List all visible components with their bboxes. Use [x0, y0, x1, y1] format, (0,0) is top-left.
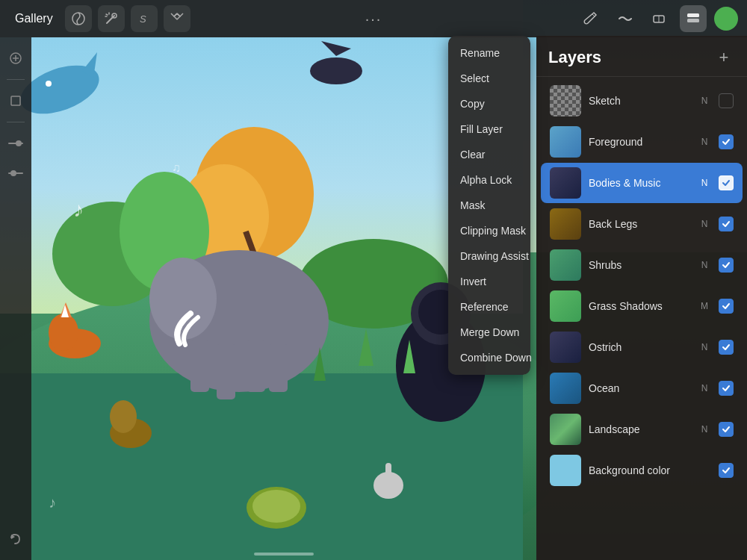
svg-rect-22: [269, 343, 288, 392]
add-layer-button[interactable]: +: [713, 46, 735, 69]
checkmark-icon: [722, 220, 731, 228]
left-sidebar: [0, 37, 31, 560]
modify-tool-button[interactable]: [4, 46, 28, 70]
invert-item[interactable]: Invert: [448, 269, 530, 294]
checkmark-icon: [722, 178, 731, 187]
layer-name: Ocean: [589, 382, 690, 394]
layers-panel: Layers + SketchNForegroundNBodies & Musi…: [536, 36, 747, 560]
layers-header: Layers +: [536, 36, 747, 77]
layer-visibility-checkbox[interactable]: [719, 299, 734, 314]
layer-item[interactable]: OceanN: [541, 368, 743, 408]
selection-button[interactable]: S: [131, 5, 158, 32]
reference-item[interactable]: Reference: [448, 294, 530, 320]
svg-rect-19: [190, 340, 209, 392]
layer-mode: N: [698, 342, 711, 352]
opacity-slider-icon: [8, 140, 23, 146]
svg-point-14: [49, 314, 78, 351]
color-picker-dot[interactable]: [714, 7, 738, 31]
svg-text:♪: ♪: [73, 198, 84, 221]
layer-visibility-checkbox[interactable]: [719, 134, 734, 149]
dot-menu[interactable]: ···: [365, 10, 382, 28]
drawing-assist-item[interactable]: Drawing Assist: [448, 243, 530, 269]
clear-item[interactable]: Clear: [448, 142, 530, 167]
layers-button[interactable]: [680, 5, 707, 32]
adjust-icon: [71, 11, 86, 26]
layer-visibility-checkbox[interactable]: [719, 217, 734, 231]
layer-thumbnail: [550, 167, 581, 199]
copy-item[interactable]: Copy: [448, 91, 530, 116]
layer-thumbnail: [550, 85, 581, 116]
size-slider-button[interactable]: [4, 161, 28, 185]
layer-item[interactable]: Grass ShadowsM: [541, 286, 743, 326]
layer-mode: N: [698, 383, 711, 393]
adjustments-button[interactable]: [65, 5, 92, 32]
layer-visibility-checkbox[interactable]: [719, 258, 734, 273]
checkmark-icon: [722, 137, 731, 146]
svg-rect-20: [217, 343, 235, 399]
rect-tool-button[interactable]: [4, 89, 28, 113]
select-item[interactable]: Select: [448, 66, 530, 91]
layer-name: Back Legs: [589, 218, 690, 230]
selection-icon: S: [137, 11, 152, 26]
layer-mode: N: [698, 178, 711, 188]
sidebar-divider-1: [7, 79, 25, 80]
toolbar-right: [577, 5, 738, 32]
layer-item[interactable]: SketchN: [541, 81, 743, 121]
layer-item[interactable]: LandscapeN: [541, 409, 743, 449]
magic-wand-button[interactable]: [98, 5, 125, 32]
brush-button[interactable]: [577, 5, 604, 32]
smudge-button[interactable]: [611, 5, 638, 32]
svg-point-53: [16, 140, 22, 146]
layer-item[interactable]: ForegroundN: [541, 122, 743, 162]
layer-item[interactable]: OstrichN: [541, 327, 743, 367]
gallery-button[interactable]: Gallery: [9, 9, 59, 28]
undo-icon: [8, 532, 23, 547]
layer-visibility-checkbox[interactable]: [719, 175, 734, 190]
svg-point-31: [252, 490, 300, 523]
checkmark-icon: [722, 425, 731, 434]
svg-point-18: [149, 258, 217, 340]
smudge-icon: [616, 10, 633, 27]
svg-point-12: [46, 81, 52, 87]
alpha-lock-item[interactable]: Alpha Lock: [448, 167, 530, 193]
svg-rect-40: [254, 553, 314, 556]
eraser-button[interactable]: [645, 5, 672, 32]
layer-thumbnail: [550, 290, 581, 322]
checkmark-icon: [722, 261, 731, 270]
layer-thumbnail: [550, 373, 581, 404]
toolbar-left: Gallery S: [9, 5, 577, 32]
rect-icon: [9, 94, 22, 108]
rename-item[interactable]: Rename: [448, 40, 530, 66]
layer-name: Sketch: [589, 95, 690, 107]
layer-visibility-checkbox[interactable]: [719, 463, 734, 478]
sidebar-divider-2: [7, 122, 25, 122]
merge-down-item[interactable]: Merge Down: [448, 320, 530, 345]
combine-down-item[interactable]: Combine Down: [448, 345, 530, 370]
layer-mode: N: [698, 219, 711, 229]
layers-title: Layers: [548, 48, 601, 67]
svg-rect-21: [247, 340, 265, 392]
modify-icon: [9, 52, 22, 65]
clipping-mask-item[interactable]: Clipping Mask: [448, 218, 530, 243]
layer-item[interactable]: Bodies & MusicN: [541, 163, 743, 203]
layer-visibility-checkbox[interactable]: [719, 93, 734, 108]
layer-visibility-checkbox[interactable]: [719, 422, 734, 437]
fill-layer-item[interactable]: Fill Layer: [448, 116, 530, 142]
transform-button[interactable]: [164, 5, 190, 32]
opacity-slider-button[interactable]: [4, 131, 28, 155]
svg-rect-51: [11, 96, 20, 105]
layer-visibility-checkbox[interactable]: [719, 340, 734, 355]
mask-item[interactable]: Mask: [448, 193, 530, 218]
svg-point-55: [10, 170, 16, 176]
layer-name: Background color: [589, 464, 690, 476]
undo-button[interactable]: [4, 527, 28, 551]
layer-item[interactable]: Back LegsN: [541, 204, 743, 244]
layer-item[interactable]: Background color: [541, 450, 743, 491]
wand-icon: [104, 11, 119, 26]
layer-name: Shrubs: [589, 259, 690, 271]
layer-thumbnail: [550, 208, 581, 240]
layer-visibility-checkbox[interactable]: [719, 381, 734, 396]
layer-item[interactable]: ShrubsN: [541, 245, 743, 285]
checkmark-icon: [722, 343, 731, 352]
top-toolbar: Gallery S ···: [0, 0, 747, 37]
